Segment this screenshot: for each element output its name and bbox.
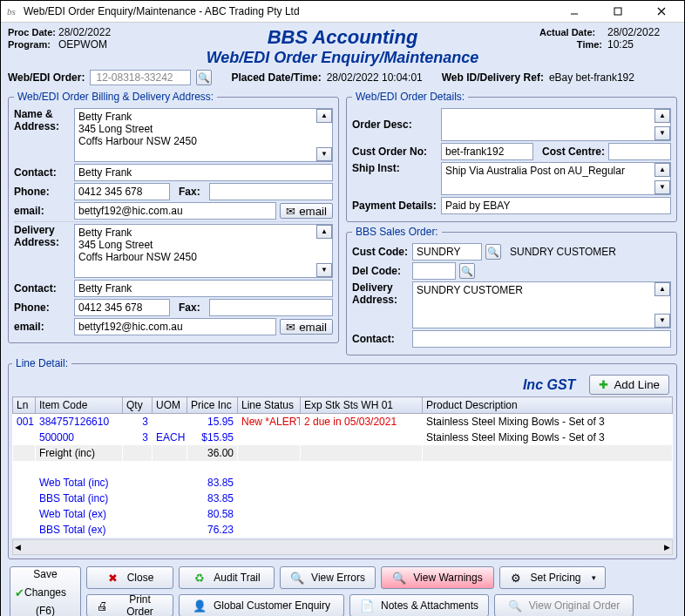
delivery-label: Delivery Address: <box>14 224 71 248</box>
scroll-down-button[interactable]: ▼ <box>654 180 670 194</box>
save-changes-button[interactable]: ✔ Save Changes (F6) <box>10 566 81 616</box>
refresh-icon: ♻ <box>193 571 207 585</box>
contact-field[interactable]: Betty Frank <box>74 164 333 181</box>
shipinst-textarea[interactable]: Ship Via Australia Post on AU_Regular ▲ … <box>441 162 671 195</box>
audit-trail-button[interactable]: ♻ Audit Trail <box>179 566 275 589</box>
billing-legend: Web/EDI Order Billing & Delivery Address… <box>14 91 217 103</box>
search-icon: 🔍 <box>461 267 473 276</box>
table-row[interactable]: 001 384757126610 3 15.95 New *ALERT* 2 d… <box>13 414 673 430</box>
order-lookup-button[interactable]: 🔍 <box>196 70 212 85</box>
scroll-down-button[interactable]: ▼ <box>654 126 670 140</box>
notes-attachments-button[interactable]: 📄 Notes & Attachments <box>349 594 489 616</box>
col-desc[interactable]: Product Description <box>423 397 673 414</box>
person-icon: 👤 <box>193 599 207 613</box>
custorderno-field[interactable]: bet-frank192 <box>441 143 533 160</box>
add-line-button[interactable]: ✚ Add Line <box>589 375 669 395</box>
fax-field[interactable] <box>209 183 333 200</box>
payment-field[interactable]: Paid by EBAY <box>441 197 671 214</box>
maximize-button[interactable] <box>599 1 637 22</box>
scroll-left-icon[interactable]: ◀ <box>15 543 21 552</box>
view-errors-button[interactable]: 🔍 View Errors <box>280 566 376 589</box>
delcode-lookup-button[interactable]: 🔍 <box>459 263 475 279</box>
col-ln[interactable]: Ln <box>13 397 36 414</box>
sales-delivery-textarea[interactable]: SUNDRY CUSTOMER ▲ ▼ <box>412 281 671 328</box>
web-edi-order-input[interactable] <box>94 71 187 85</box>
table-row-freight: Freight (inc) 36.00 <box>13 445 673 461</box>
table-row[interactable]: 500000 3 EACH $15.95 Stainless Steel Mix… <box>13 430 673 445</box>
close-icon <box>657 7 666 16</box>
col-item[interactable]: Item Code <box>36 397 123 414</box>
scroll-up-button[interactable]: ▲ <box>316 109 332 123</box>
col-qty[interactable]: Qty <box>123 397 153 414</box>
line-detail-group: Line Detail: Inc GST ✚ Add Line L <box>8 357 677 559</box>
delcode-field[interactable] <box>412 262 456 280</box>
d-contact-field[interactable]: Betty Frank <box>74 280 333 297</box>
minimize-button[interactable] <box>555 1 593 22</box>
billing-address-textarea[interactable]: Betty Frank 345 Long Street Coffs Harbou… <box>74 108 333 162</box>
table-header-row: Ln Item Code Qty UOM Price Inc Line Stat… <box>13 397 673 414</box>
custcode-label: Cust Code: <box>352 246 409 258</box>
phone-label: Phone: <box>14 186 71 198</box>
close-button-2[interactable]: ✖ Close <box>86 566 173 589</box>
x-icon: ✖ <box>106 571 120 585</box>
email-field[interactable]: bettyf192@hic.com.au <box>74 202 276 220</box>
scroll-down-button[interactable]: ▼ <box>316 147 332 161</box>
scroll-up-button[interactable]: ▲ <box>654 282 670 296</box>
search-icon: 🔍 <box>392 571 406 585</box>
global-customer-enquiry-button[interactable]: 👤 Global Customer Enquiry <box>179 594 344 616</box>
delcode-label: Del Code: <box>352 265 409 277</box>
custorderno-label: Cust Order No: <box>352 146 437 158</box>
sales-delivery-label: Delivery Address: <box>352 281 409 306</box>
line-detail-legend: Line Detail: <box>12 357 71 369</box>
col-price[interactable]: Price Inc <box>187 397 238 414</box>
email-button[interactable]: ✉ email <box>280 203 333 219</box>
d-email-button[interactable]: ✉ email <box>280 319 333 335</box>
custcode-field[interactable]: SUNDRY <box>412 243 482 261</box>
d-phone-field[interactable]: 0412 345 678 <box>74 299 170 316</box>
set-pricing-button[interactable]: ⚙ Set Pricing ▾ <box>499 566 606 589</box>
fax-label: Fax: <box>179 186 200 198</box>
window-title: Web/EDI Order Enquiry/Maintenance - ABC … <box>24 5 550 17</box>
svg-rect-0 <box>614 8 621 15</box>
header-info: Proc Date: 28/02/2022 Actual Date: 28/02… <box>8 26 677 51</box>
details-group: Web/EDI Order Details: Order Desc: ▲ ▼ C… <box>346 91 677 222</box>
close-button[interactable] <box>642 1 681 22</box>
actual-date-label: Actual Date: <box>539 27 607 37</box>
notes-icon: 📄 <box>360 599 374 613</box>
scroll-up-button[interactable]: ▲ <box>316 225 332 239</box>
order-desc-label: Order Desc: <box>352 118 437 131</box>
table-row-total: BBS Total (ex) 76.23 <box>13 522 673 538</box>
freight-value: 36.00 <box>187 445 238 461</box>
col-exp[interactable]: Exp Stk Sts WH 01 <box>301 397 423 414</box>
view-original-order-button[interactable]: 🔍 View Original Order <box>494 594 634 616</box>
phone-field[interactable]: 0412 345 678 <box>74 183 170 200</box>
horizontal-scrollbar[interactable]: ◀ ▶ <box>12 539 673 555</box>
costcentre-field[interactable] <box>608 143 671 160</box>
delivery-address-textarea[interactable]: Betty Frank 345 Long Street Coffs Harbou… <box>74 224 333 278</box>
search-icon: 🔍 <box>290 571 304 585</box>
col-status[interactable]: Line Status <box>238 397 301 414</box>
print-order-button[interactable]: 🖨 Print Order <box>86 594 173 616</box>
button-bar: ✔ Save Changes (F6) ✖ Close ♻ Audit Trai… <box>8 561 677 616</box>
custcode-lookup-button[interactable]: 🔍 <box>485 244 501 260</box>
order-desc-textarea[interactable]: ▲ ▼ <box>441 108 671 141</box>
d-email-field[interactable]: bettyf192@hic.com.au <box>74 318 276 335</box>
proc-date-label: Proc Date: <box>8 27 58 37</box>
scroll-down-button[interactable]: ▼ <box>654 314 670 328</box>
d-email-label: email: <box>14 321 71 333</box>
sales-group: BBS Sales Order: Cust Code: SUNDRY 🔍 SUN… <box>346 226 677 355</box>
scroll-right-icon[interactable]: ▶ <box>664 543 670 552</box>
payment-label: Payment Details: <box>352 200 437 212</box>
scroll-up-button[interactable]: ▲ <box>654 163 670 177</box>
d-fax-field[interactable] <box>209 299 333 316</box>
placed-date-label: Placed Date/Time: <box>231 71 321 84</box>
gear-icon: ⚙ <box>509 571 523 585</box>
shipinst-label: Ship Inst: <box>352 162 437 174</box>
view-warnings-button[interactable]: 🔍 View Warnings <box>381 566 494 589</box>
scroll-up-button[interactable]: ▲ <box>654 109 670 123</box>
scroll-down-button[interactable]: ▼ <box>316 263 332 277</box>
sales-contact-field[interactable] <box>412 330 671 348</box>
col-uom[interactable]: UOM <box>153 397 187 414</box>
search-icon: 🔍 <box>487 247 499 257</box>
maximize-icon <box>614 7 622 16</box>
